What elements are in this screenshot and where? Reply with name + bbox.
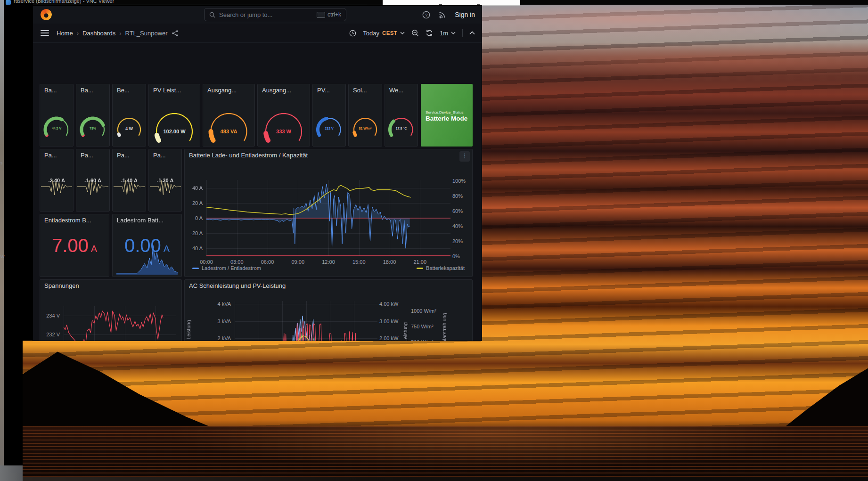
keyboard-icon [317,12,325,18]
panel-title[interactable]: Sol... [353,87,379,94]
y-axis-tick: 2 kVA [208,335,231,341]
panel-title[interactable]: Spannungen [44,282,179,289]
refresh-interval-picker[interactable]: 1m [440,30,456,37]
breadcrumb: Home › Dashboards › RTL_Sunpower [57,30,179,37]
gauge-panel-temperatur: We... 17.8 °C [385,84,418,147]
gauge-panel-solarstrahlung: Sol... 81 W/m² [348,84,382,147]
gauge-value: 483 VA [203,129,254,134]
panel-title[interactable]: Pa... [81,152,106,159]
gauge-panel-pv-leistung: PV Leist... 102.00 W [148,84,200,147]
panel-menu-button[interactable]: ⋮ [459,151,470,162]
panel-title[interactable]: Ladestrom Batt... [117,217,179,224]
breadcrumb-current[interactable]: RTL_Sunpower [125,30,167,37]
spark-value: -1.30 A [149,178,181,183]
share-icon[interactable] [172,30,179,37]
batterie-chart[interactable] [206,180,450,256]
spark-value: -1.40 A [113,178,146,183]
panel-title[interactable]: Pa... [117,152,143,159]
y-axis-tick: 0 A [184,215,203,221]
spannungen-chart[interactable] [64,306,176,341]
chart-panel-spannungen: Spannungen Wechselrichter Ausgangsspannu… [40,279,182,341]
y-axis-tick: 20 A [184,200,203,206]
y-axis-tick: 60% [452,208,463,214]
y-axis-tick: 234 V [40,312,60,319]
panel-title[interactable]: Entladestrom B... [44,217,106,224]
y-axis-tick: 232 V [40,331,60,338]
y-axis-label-left: Leistung [186,320,191,340]
gauge-value: 78% [76,127,109,130]
time-range-picker[interactable]: Today CEST [363,30,405,37]
y-axis-tick: 500 W/m² [411,339,434,341]
panel-title[interactable]: Ba... [44,87,70,94]
desktop-black-column [4,0,33,341]
search-icon [209,12,215,18]
news-rss-icon[interactable] [439,11,446,18]
gauge-value: 232 V [313,127,345,130]
gauge-panel-batteriekapazitaet: Ba... 78% [76,84,110,147]
window-title-text: rtlservice (Bildschirmanzeige) - VNC Vie… [14,0,114,4]
grafana-logo-icon[interactable] [41,9,52,20]
legend-color [192,268,199,269]
y-axis-tick: 3.00 kW [379,318,398,325]
divider [462,29,463,37]
stat-panel-entladestrom: Entladestrom B... 7.00A [40,214,109,277]
titlebar-mark [439,4,442,5]
legend-color [417,268,423,269]
panel-title[interactable]: Pa... [153,152,179,159]
panel-title[interactable]: Pa... [44,152,70,159]
grafana-topbar: Search or jump to... ctrl+k ? Sign in [33,6,482,24]
background-window-fragment [0,465,23,481]
x-axis-tick: 21:00 [406,259,434,265]
help-icon[interactable]: ? [422,11,430,19]
breadcrumb-separator: › [119,30,121,37]
chevron-down-icon [451,32,456,34]
legend-item[interactable]: Batteriekapazität [417,265,465,271]
spark-value: -1.60 A [76,178,109,183]
panel-title[interactable]: Ausgang... [262,87,307,94]
panel-title[interactable]: We... [389,87,415,94]
x-axis-tick: 18:00 [376,259,404,265]
y-axis-tick: 750 W/m² [411,323,434,330]
menu-hamburger-icon[interactable] [41,30,49,36]
breadcrumb-home[interactable]: Home [57,30,73,37]
y-axis-tick: 20% [452,238,463,245]
search-input[interactable]: Search or jump to... ctrl+k [204,8,346,21]
titlebar-mark [477,4,480,5]
panel-title[interactable]: PV... [317,87,343,94]
gauge-value: 17.8 °C [385,127,418,130]
panel-title[interactable]: Batterie Lade- und Entladestrom / Kapazi… [189,152,469,159]
x-axis-tick: 09:00 [284,259,312,265]
x-axis-tick: 12:00 [314,259,343,265]
panel-title[interactable]: AC Scheinleistung und PV-Leistung [189,282,469,289]
grafana-window: Search or jump to... ctrl+k ? Sign in Ho… [33,6,482,341]
legend-item[interactable]: Ladestrom / Entladestrom [192,265,261,271]
gauge-panel-ausgangsscheinleistung: Ausgang... 483 VA [203,84,255,147]
panel-title[interactable]: PV Leist... [153,87,197,94]
status-value: Batterie Mode [426,115,467,122]
y-axis-tick: 1000 W/m² [411,308,436,314]
panel-title[interactable]: Be... [117,87,143,94]
y-axis-tick: -40 A [184,245,203,252]
dashboard-content: Ba... 44.5 V Ba... 78% Be... 4 W PV Leis… [33,42,482,341]
y-axis-tick: 4.00 kW [379,301,398,307]
clipped-text-fragment: s [0,161,3,165]
collapse-caret-up-icon[interactable] [469,31,475,35]
gauge-value: 102.00 W [149,129,200,134]
zoom-out-icon[interactable] [411,29,419,37]
refresh-icon[interactable] [426,29,433,37]
breadcrumb-dashboards[interactable]: Dashboards [82,30,115,37]
chart-panel-ac-leistung: AC Scheinleistung und PV-Leistung Leistu… [184,279,473,341]
y-axis-label-right2: Solarstrahlung [442,313,447,341]
water [23,426,868,477]
clipped-window-title: rtlservice (Bildschirmanzeige) - VNC Vie… [6,0,114,5]
y-axis-tick: 40% [452,223,463,229]
sign-in-button[interactable]: Sign in [455,11,475,18]
panel-title[interactable]: Ba... [81,87,106,94]
ac-chart[interactable] [235,301,377,341]
panel-title[interactable]: Ausgang... [207,87,252,94]
gauge-value: 333 W [258,129,310,134]
status-panel-device-status[interactable]: Service.Device_Status Batterie Mode [421,84,473,147]
spark-value: -2.40 A [40,178,73,183]
clipped-text-fragment: W [0,254,5,259]
spark-panel-pa1: Pa... -2.40 A [40,149,74,212]
